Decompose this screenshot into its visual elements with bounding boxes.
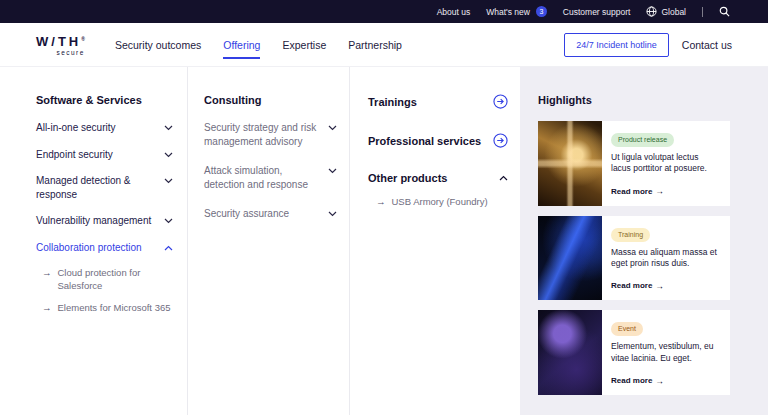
withsecure-logo[interactable]: W/TH® secure — [36, 33, 85, 57]
nav-item-expertise[interactable]: Expertise — [282, 23, 326, 66]
whats-new-count-badge: 3 — [536, 6, 547, 17]
menu-item-label: Collaboration protection — [36, 241, 142, 255]
nav-actions: 24/7 Incident hotline Contact us — [564, 23, 732, 66]
menu-item-security-assurance[interactable]: Security assurance — [204, 207, 337, 221]
nav-item-security-outcomes[interactable]: Security outcomes — [115, 23, 201, 66]
submenu-item-cloud-protection-salesforce[interactable]: → Cloud protection for Salesforce — [42, 267, 173, 293]
menu-item-label: Attack simulation, detection and respons… — [204, 164, 320, 191]
consulting-column: Consulting Security strategy and risk ma… — [188, 67, 350, 415]
whats-new-label: What's new — [486, 7, 530, 17]
card-thumbnail — [538, 310, 602, 395]
main-navigation: W/TH® secure Security outcomes Offering … — [0, 23, 768, 67]
chevron-up-icon — [164, 245, 173, 251]
menu-item-label: Security strategy and risk management ad… — [204, 121, 320, 148]
chevron-down-icon — [164, 125, 173, 131]
submenu-item-usb-armory[interactable]: → USB Armory (Foundry) — [376, 196, 508, 209]
card-body: Product release Ut ligula volutpat lectu… — [602, 121, 730, 206]
arrow-right-icon: → — [655, 186, 664, 196]
consulting-heading: Consulting — [204, 94, 337, 106]
menu-item-other-products[interactable]: Other products — [368, 172, 508, 184]
page: About us What's new 3 Customer support G… — [0, 0, 768, 415]
read-more-link[interactable]: Read more → — [611, 376, 664, 386]
menu-item-label: Managed detection & response — [36, 174, 156, 201]
arrow-right-icon: → — [42, 267, 52, 293]
highlight-card-training[interactable]: Training Massa eu aliquam massa et eget … — [538, 216, 730, 301]
topbar-link-about-us[interactable]: About us — [437, 7, 471, 17]
submenu-item-label: Cloud protection for Salesforce — [58, 267, 174, 293]
menu-item-label: Vulnerability management — [36, 214, 151, 228]
circle-arrow-icon — [493, 133, 508, 148]
read-more-label: Read more — [611, 281, 652, 290]
globe-icon — [646, 6, 657, 17]
menu-item-collaboration-protection[interactable]: Collaboration protection — [36, 241, 173, 255]
read-more-link[interactable]: Read more → — [611, 186, 664, 196]
menu-item-professional-services[interactable]: Professional services — [368, 133, 508, 148]
chevron-down-icon — [164, 178, 173, 184]
circle-arrow-icon — [493, 94, 508, 109]
submenu-item-label: USB Armory (Foundry) — [392, 196, 488, 209]
menu-item-trainings[interactable]: Trainings — [368, 94, 508, 109]
logo-registered-mark: ® — [81, 35, 85, 41]
menu-item-vulnerability-management[interactable]: Vulnerability management — [36, 214, 173, 228]
chevron-down-icon — [328, 211, 337, 217]
highlight-card-product-release[interactable]: Product release Ut ligula volutpat lectu… — [538, 121, 730, 206]
logo-text: W/TH — [36, 34, 81, 49]
highlights-panel: Highlights Product release Ut ligula vol… — [520, 67, 768, 415]
card-body: Training Massa eu aliquam massa et eget … — [602, 216, 730, 301]
software-services-column: Software & Services All-in-one security … — [0, 67, 188, 415]
top-utility-bar: About us What's new 3 Customer support G… — [0, 0, 768, 23]
menu-item-label: All-in-one security — [36, 121, 115, 135]
other-products-heading: Other products — [368, 172, 447, 184]
nav-item-offering[interactable]: Offering — [223, 23, 260, 66]
logo-wordmark: W/TH® — [36, 35, 85, 48]
trainings-heading: Trainings — [368, 96, 417, 108]
chevron-down-icon — [164, 218, 173, 224]
search-icon — [719, 6, 730, 17]
menu-item-label: Security assurance — [204, 207, 289, 221]
status-badge: Event — [611, 322, 643, 336]
topbar-link-whats-new[interactable]: What's new 3 — [486, 6, 547, 17]
contact-us-link[interactable]: Contact us — [682, 39, 732, 51]
menu-item-managed-detection-response[interactable]: Managed detection & response — [36, 174, 173, 201]
other-products-sublist: → USB Armory (Foundry) — [376, 196, 508, 209]
card-text: Massa eu aliquam massa et eget proin ris… — [611, 247, 720, 270]
incident-hotline-button[interactable]: 24/7 Incident hotline — [564, 33, 669, 57]
submenu-item-label: Elements for Microsoft 365 — [58, 302, 171, 315]
menu-item-label: Endpoint security — [36, 148, 113, 162]
status-badge: Product release — [611, 133, 674, 147]
card-thumbnail — [538, 216, 602, 301]
primary-nav: Security outcomes Offering Expertise Par… — [115, 23, 402, 66]
card-thumbnail — [538, 121, 602, 206]
submenu-item-elements-microsoft-365[interactable]: → Elements for Microsoft 365 — [42, 302, 173, 315]
professional-services-heading: Professional services — [368, 135, 481, 147]
read-more-label: Read more — [611, 187, 652, 196]
arrow-right-icon: → — [655, 376, 664, 386]
search-button[interactable] — [719, 6, 730, 17]
chevron-down-icon — [328, 168, 337, 174]
software-services-heading: Software & Services — [36, 94, 173, 106]
read-more-label: Read more — [611, 376, 652, 385]
read-more-link[interactable]: Read more → — [611, 281, 664, 291]
region-selector[interactable]: Global — [646, 6, 686, 17]
card-text: Ut ligula volutpat lectus lacus porttito… — [611, 152, 720, 175]
status-badge: Training — [611, 228, 650, 242]
highlight-card-event[interactable]: Event Elementum, vestibulum, eu vitae la… — [538, 310, 730, 395]
card-body: Event Elementum, vestibulum, eu vitae la… — [602, 310, 730, 395]
topbar-divider — [702, 7, 703, 17]
menu-item-attack-simulation[interactable]: Attack simulation, detection and respons… — [204, 164, 337, 191]
arrow-right-icon: → — [655, 281, 664, 291]
nav-item-partnership[interactable]: Partnership — [348, 23, 402, 66]
arrow-right-icon: → — [376, 196, 386, 209]
collaboration-protection-sublist: → Cloud protection for Salesforce → Elem… — [42, 267, 173, 314]
card-text: Elementum, vestibulum, eu vitae lacinia.… — [611, 341, 720, 364]
menu-item-security-strategy-advisory[interactable]: Security strategy and risk management ad… — [204, 121, 337, 148]
chevron-down-icon — [164, 152, 173, 158]
services-column: Trainings Professional services Other pr… — [350, 67, 520, 415]
menu-item-all-in-one-security[interactable]: All-in-one security — [36, 121, 173, 135]
menu-item-endpoint-security[interactable]: Endpoint security — [36, 148, 173, 162]
offering-mega-menu: Software & Services All-in-one security … — [0, 67, 768, 415]
logo-subtext: secure — [36, 50, 85, 57]
arrow-right-icon: → — [42, 302, 52, 315]
topbar-link-customer-support[interactable]: Customer support — [563, 7, 631, 17]
highlights-heading: Highlights — [538, 94, 730, 106]
